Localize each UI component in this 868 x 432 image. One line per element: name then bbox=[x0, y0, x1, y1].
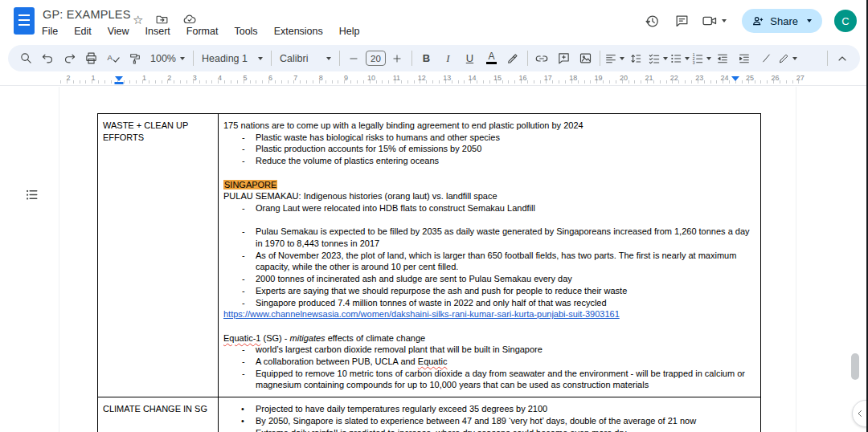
checklist-button[interactable] bbox=[648, 48, 668, 68]
menu-item[interactable]: Help bbox=[337, 25, 362, 38]
italic-button[interactable]: I bbox=[438, 48, 458, 68]
dash-list-item: Pulau Semakau is expected to be filled b… bbox=[223, 226, 755, 249]
share-button[interactable]: Share bbox=[742, 9, 822, 33]
print-icon[interactable] bbox=[81, 48, 101, 68]
zoom-select[interactable]: 100% bbox=[146, 48, 189, 68]
dash-list-item: Equipped to remove 10 metric tons of car… bbox=[223, 368, 755, 391]
paint-format-icon[interactable] bbox=[125, 48, 145, 68]
redo-icon[interactable] bbox=[59, 48, 80, 68]
menu-item[interactable]: View bbox=[105, 25, 132, 38]
font-size-input[interactable]: 20 bbox=[366, 51, 386, 66]
row-content-cell[interactable]: 175 nations are to come up with a legall… bbox=[219, 114, 760, 397]
font-select[interactable]: Calibri bbox=[276, 48, 335, 68]
bulleted-list-button[interactable] bbox=[669, 48, 690, 68]
bulleted-list-caret-icon bbox=[685, 57, 690, 60]
decrease-indent-icon[interactable] bbox=[713, 48, 733, 68]
spell-check-icon[interactable]: A bbox=[103, 48, 123, 68]
numbered-list-caret-icon bbox=[706, 57, 711, 60]
star-icon[interactable]: ☆ bbox=[133, 14, 143, 26]
share-person-icon bbox=[751, 14, 764, 27]
align-caret-icon bbox=[620, 57, 624, 60]
ruler-number: 17 bbox=[544, 74, 552, 82]
version-history-icon[interactable] bbox=[642, 11, 661, 31]
blank-line bbox=[223, 320, 755, 332]
align-button[interactable] bbox=[604, 48, 624, 68]
vertical-scrollbar[interactable] bbox=[851, 353, 859, 380]
toolbar-divider bbox=[411, 51, 412, 66]
row-heading-cell[interactable]: WASTE + CLEAN UP EFFORTS bbox=[98, 114, 219, 397]
meet-caret-icon[interactable] bbox=[722, 19, 727, 22]
row-heading-cell[interactable]: CLIMATE CHANGE IN SG bbox=[98, 397, 219, 432]
increase-indent-icon[interactable] bbox=[735, 48, 755, 68]
app-header: GP: EXAMPLES ☆ FileEditViewInsertFormatT… bbox=[0, 0, 868, 42]
undo-icon[interactable] bbox=[38, 48, 58, 68]
ruler[interactable]: 2112345678910111213141516171819202122232… bbox=[0, 74, 868, 86]
ruler-number: 21 bbox=[645, 74, 653, 82]
editing-mode-caret-icon bbox=[792, 57, 797, 60]
styles-select[interactable]: Heading 1 bbox=[198, 48, 267, 68]
text-color-button[interactable]: A bbox=[481, 48, 502, 68]
menu-item[interactable]: Edit bbox=[72, 25, 94, 38]
account-avatar[interactable]: C bbox=[834, 10, 857, 32]
share-caret-icon[interactable] bbox=[807, 19, 812, 22]
add-comment-icon[interactable] bbox=[554, 48, 574, 68]
hide-menus-icon[interactable] bbox=[832, 48, 852, 68]
google-docs-logo[interactable] bbox=[14, 7, 35, 35]
dash-list-item: Reduce the volume of plastics entering o… bbox=[223, 155, 755, 167]
line-spacing-icon[interactable] bbox=[626, 48, 646, 68]
dash-list-item: world’s largest carbon dioxide removal p… bbox=[223, 344, 755, 356]
table-row: WASTE + CLEAN UP EFFORTS 175 nations are… bbox=[98, 114, 760, 397]
insert-link-icon[interactable] bbox=[532, 48, 552, 68]
ruler-number: 11 bbox=[393, 74, 400, 82]
show-outline-icon[interactable] bbox=[24, 187, 40, 203]
left-indent-marker[interactable] bbox=[115, 76, 123, 81]
meet-call-button[interactable] bbox=[702, 13, 727, 29]
notes-table[interactable]: WASTE + CLEAN UP EFFORTS 175 nations are… bbox=[97, 113, 761, 432]
clear-formatting-icon[interactable] bbox=[756, 48, 776, 68]
font-caret-icon bbox=[326, 57, 331, 60]
svg-text:3: 3 bbox=[693, 59, 695, 64]
ruler-number: 13 bbox=[443, 74, 451, 82]
menu-item[interactable]: Insert bbox=[143, 25, 173, 38]
bullet-list-item: Extreme daily rainfall is predicted to i… bbox=[223, 427, 755, 432]
menu-item[interactable]: Tools bbox=[231, 25, 260, 38]
dash-list-item: A collaboration between PUB, UCLA and Eq… bbox=[223, 356, 755, 368]
search-menus-icon[interactable] bbox=[16, 48, 36, 68]
right-indent-marker[interactable] bbox=[731, 76, 739, 81]
comments-icon[interactable] bbox=[672, 11, 691, 31]
ruler-number: 14 bbox=[469, 74, 477, 82]
ruler-number: 2 bbox=[167, 74, 171, 82]
row-heading: WASTE + CLEAN UP EFFORTS bbox=[103, 120, 213, 143]
paragraph: 175 nations are to come up with a legall… bbox=[223, 120, 755, 132]
increase-font-size-icon[interactable] bbox=[387, 48, 407, 68]
text-color-swatch bbox=[486, 62, 497, 64]
ruler-number: 7 bbox=[293, 74, 297, 82]
dash-list-item: Plastic production accounts for 15% of e… bbox=[223, 143, 755, 155]
ruler-number: 22 bbox=[670, 74, 678, 82]
left-margin-marker[interactable] bbox=[115, 82, 124, 84]
ruler-number: 4 bbox=[218, 74, 222, 82]
insert-image-icon[interactable] bbox=[575, 48, 596, 68]
menu-item[interactable]: Format bbox=[184, 25, 221, 38]
ruler-number: 2 bbox=[66, 74, 70, 82]
menu-item[interactable]: File bbox=[39, 25, 60, 38]
row-content-cell[interactable]: Projected to have daily temperatures reg… bbox=[219, 397, 760, 432]
decrease-font-size-icon[interactable] bbox=[344, 48, 364, 68]
underline-button[interactable]: U bbox=[460, 48, 480, 68]
ruler-number: 1 bbox=[142, 74, 146, 82]
row-heading: CLIMATE CHANGE IN SG bbox=[103, 403, 213, 415]
editing-mode-button[interactable] bbox=[778, 48, 798, 68]
bold-button[interactable]: B bbox=[416, 48, 436, 68]
highlight-color-icon[interactable] bbox=[503, 48, 523, 68]
toolbar: A 100% Heading 1 Calibri 20 B I U A bbox=[8, 45, 860, 71]
menu-item[interactable]: Extensions bbox=[272, 25, 326, 38]
bullet-list: Projected to have daily temperatures reg… bbox=[223, 403, 755, 432]
ruler-number: 12 bbox=[418, 74, 426, 82]
hyperlink[interactable]: https://www.channelnewsasia.com/women/da… bbox=[223, 309, 620, 319]
document-title[interactable]: GP: EXAMPLES bbox=[43, 8, 131, 21]
ruler-number: 19 bbox=[595, 74, 603, 82]
page[interactable]: WASTE + CLEAN UP EFFORTS 175 nations are… bbox=[59, 87, 796, 432]
document-canvas: WASTE + CLEAN UP EFFORTS 175 nations are… bbox=[0, 87, 868, 432]
dash-list-item: As of November 2023, the plot of land, w… bbox=[223, 250, 755, 273]
numbered-list-button[interactable]: 123 bbox=[691, 48, 711, 68]
